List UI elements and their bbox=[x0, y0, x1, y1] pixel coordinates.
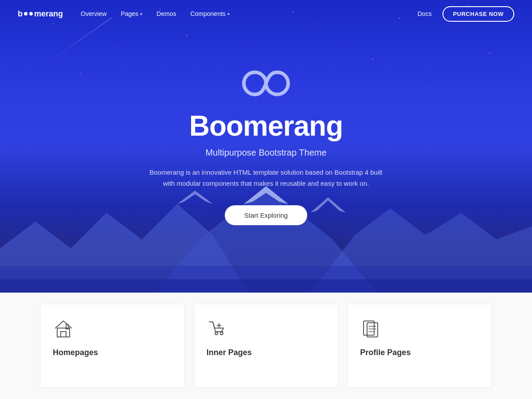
brand-dot-1 bbox=[24, 12, 27, 16]
svg-rect-9 bbox=[61, 332, 66, 337]
profile-pages-card[interactable]: Profile Pages bbox=[347, 304, 492, 388]
brand-text: b bbox=[18, 9, 23, 19]
infinity-icon bbox=[237, 68, 295, 99]
brand-logo[interactable]: b merang bbox=[18, 9, 63, 19]
hero-logo bbox=[146, 68, 386, 101]
svg-point-13 bbox=[215, 332, 218, 335]
nav-pages[interactable]: Pages ▾ bbox=[121, 10, 142, 17]
cart-icon bbox=[207, 318, 326, 341]
nav-demos[interactable]: Demos bbox=[156, 10, 176, 17]
homepages-card-title: Homepages bbox=[53, 348, 172, 357]
brand-dot-2 bbox=[29, 12, 33, 16]
brand-text-rest: merang bbox=[34, 9, 63, 19]
hero-title: Boomerang bbox=[146, 110, 386, 142]
nav-right: Docs PURCHASE NOW bbox=[418, 6, 514, 22]
pages-dropdown-icon: ▾ bbox=[140, 12, 142, 16]
hero-content: Boomerang Multipurpose Bootstrap Theme B… bbox=[146, 68, 386, 225]
hero-description: Boomerang is an innovative HTML template… bbox=[146, 167, 386, 189]
navbar: b merang Overview Pages ▾ Demos Componen… bbox=[0, 0, 532, 27]
nav-overview[interactable]: Overview bbox=[81, 10, 106, 17]
inner-pages-card-title: Inner Pages bbox=[207, 348, 326, 357]
nav-components[interactable]: Components ▾ bbox=[190, 10, 229, 17]
purchase-button[interactable]: PURCHASE NOW bbox=[442, 6, 514, 22]
profile-pages-card-title: Profile Pages bbox=[360, 348, 479, 357]
cards-section: Homepages Inner Pages bbox=[0, 293, 532, 399]
start-exploring-button[interactable]: Start Exploring bbox=[225, 205, 307, 225]
nav-docs-link[interactable]: Docs bbox=[418, 10, 432, 17]
components-dropdown-icon: ▾ bbox=[227, 12, 230, 16]
inner-pages-card[interactable]: Inner Pages bbox=[194, 304, 339, 388]
homepages-card[interactable]: Homepages bbox=[40, 304, 185, 388]
house-icon bbox=[53, 318, 172, 341]
nav-links: Overview Pages ▾ Demos Components ▾ bbox=[81, 10, 418, 17]
book-icon bbox=[360, 318, 479, 341]
svg-rect-7 bbox=[0, 279, 532, 293]
hero-section: Boomerang Multipurpose Bootstrap Theme B… bbox=[0, 0, 532, 293]
hero-subtitle: Multipurpose Bootstrap Theme bbox=[146, 148, 386, 158]
svg-point-14 bbox=[220, 332, 223, 335]
